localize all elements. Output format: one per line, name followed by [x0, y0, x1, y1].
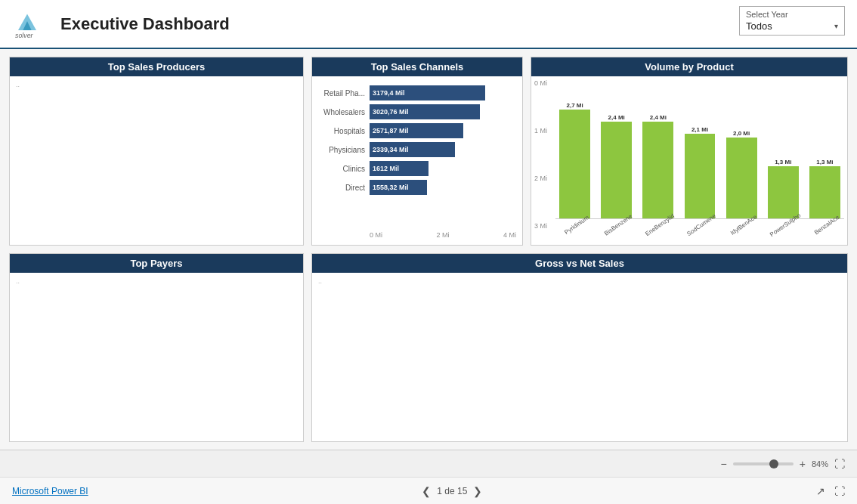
vol-x-labels: PyridiniumBisBenzeneEneBenzylidSodCumene…	[555, 222, 844, 245]
bar-track: 3020,76 Mil	[370, 104, 516, 119]
vol-bar	[642, 122, 673, 218]
top-sales-channels-body: Retail Pha...3179,4 MilWholesalers3020,7…	[312, 76, 522, 245]
vol-bar	[685, 134, 716, 218]
fit-to-screen-icon[interactable]: ⛶	[834, 458, 845, 470]
vol-y-labels: 3 Mi2 Mi1 Mi0 Mi	[534, 79, 555, 245]
bar-row: Retail Pha...3179,4 Mil	[318, 85, 516, 100]
page-indicator: 1 de 15	[437, 486, 467, 496]
bar-row: Physicians2339,34 Mil	[318, 142, 516, 157]
volume-by-product-header: Volume by Product	[531, 57, 847, 76]
top-payers-card: Top Payers ··	[9, 253, 304, 442]
volume-by-product-card: Volume by Product 3 Mi2 Mi1 Mi0 Mi 2,7 M…	[531, 57, 848, 246]
vol-bar-col: 1,3 Mi	[764, 159, 803, 218]
year-selector-dropdown[interactable]: Todos ▾	[746, 20, 838, 32]
drag-handle-3: ··	[318, 279, 841, 286]
bar-fill: 2571,87 Mil	[370, 123, 463, 138]
vol-bar-col: 2,4 Mi	[639, 114, 677, 218]
bar-value: 2571,87 Mil	[373, 127, 409, 135]
bar-row: Clinics1612 Mil	[318, 161, 516, 176]
vol-bar-top-label: 2,4 Mi	[608, 114, 625, 121]
vol-y-label: 2 Mi	[534, 175, 555, 182]
bar-label: Physicians	[318, 146, 365, 154]
zoom-plus-button[interactable]: +	[800, 458, 806, 470]
vol-bar-top-label: 2,7 Mi	[566, 102, 583, 109]
logo-area: solver	[12, 9, 42, 39]
top-payers-body: ··	[10, 273, 303, 441]
drag-handle: ··	[16, 82, 297, 90]
prev-page-button[interactable]: ❮	[422, 485, 431, 497]
drag-handle-2: ··	[16, 279, 297, 286]
expand-icon[interactable]: ⛶	[834, 485, 845, 497]
vol-y-label: 3 Mi	[534, 222, 555, 230]
vol-bar-top-label: 1,3 Mi	[775, 159, 791, 165]
bar-fill: 3020,76 Mil	[370, 104, 480, 119]
bar-value: 3179,4 Mil	[373, 89, 405, 97]
vol-bar	[559, 110, 590, 218]
zoom-percent-label: 84%	[812, 459, 828, 468]
vol-bars-row: 2,7 Mi2,4 Mi2,4 Mi2,1 Mi2,0 Mi1,3 Mi1,3 …	[555, 79, 844, 219]
top-sales-channels-card: Top Sales Channels Retail Pha...3179,4 M…	[311, 57, 523, 246]
bar-fill: 1612 Mil	[370, 161, 428, 176]
gross-net-sales-body: ··	[312, 273, 847, 441]
vol-bar	[726, 138, 757, 218]
volume-by-product-body: 3 Mi2 Mi1 Mi0 Mi 2,7 Mi2,4 Mi2,4 Mi2,1 M…	[531, 76, 847, 245]
bar-label: Direct	[318, 184, 365, 192]
zoom-slider[interactable]	[733, 462, 794, 465]
top-sales-channels-header: Top Sales Channels	[312, 57, 522, 76]
status-bar: Microsoft Power BI ❮ 1 de 15 ❯ ↗ ⛶	[0, 477, 857, 504]
footer-toolbar: − + 84% ⛶	[0, 450, 857, 477]
bar-track: 1612 Mil	[370, 161, 516, 176]
vol-bar	[768, 166, 799, 218]
chevron-down-icon: ▾	[834, 22, 838, 30]
vol-bar	[601, 122, 632, 218]
powerbi-link[interactable]: Microsoft Power BI	[12, 486, 88, 496]
year-selector-value: Todos	[746, 20, 772, 32]
svg-text:solver: solver	[15, 32, 34, 39]
bar-row: Direct1558,32 Mil	[318, 180, 516, 195]
top-sales-producers-body: ··	[10, 76, 303, 245]
header: solver Executive Dashboard Select Year T…	[0, 0, 857, 49]
vol-bar-col: 1,3 Mi	[806, 159, 844, 218]
pagination: ❮ 1 de 15 ❯	[422, 485, 482, 497]
gross-net-sales-header: Gross vs Net Sales	[312, 254, 847, 273]
bar-chart: Retail Pha...3179,4 MilWholesalers3020,7…	[318, 82, 516, 230]
zoom-slider-thumb	[769, 459, 778, 468]
status-bar-right: ↗ ⛶	[816, 485, 845, 497]
bar-fill: 3179,4 Mil	[370, 85, 485, 100]
vol-y-label: 0 Mi	[534, 79, 555, 87]
vol-bar-col: 2,4 Mi	[597, 114, 636, 218]
year-selector-container: Select Year Todos ▾	[739, 6, 845, 36]
dashboard: Top Sales Producers ·· Top Sales Channel…	[0, 49, 857, 450]
next-page-button[interactable]: ❯	[473, 485, 482, 497]
axis-label: 0 Mi	[370, 231, 382, 239]
bar-value: 1612 Mil	[373, 165, 399, 172]
bar-track: 1558,32 Mil	[370, 180, 516, 195]
vol-bar-col: 2,7 Mi	[555, 102, 594, 218]
vol-y-label: 1 Mi	[534, 127, 555, 135]
zoom-minus-button[interactable]: −	[721, 458, 727, 470]
bar-fill: 1558,32 Mil	[370, 180, 427, 195]
bar-row: Wholesalers3020,76 Mil	[318, 104, 516, 119]
solver-logo-icon: solver	[12, 9, 42, 39]
vol-bar-top-label: 1,3 Mi	[816, 159, 833, 165]
top-sales-producers-header: Top Sales Producers	[10, 57, 303, 76]
vol-bar-top-label: 2,4 Mi	[650, 114, 667, 121]
bar-track: 2571,87 Mil	[370, 123, 516, 138]
vol-bar-col: 2,1 Mi	[680, 126, 719, 218]
vol-bar	[809, 166, 840, 218]
gross-net-sales-card: Gross vs Net Sales ··	[311, 253, 848, 442]
page-title: Executive Dashboard	[60, 14, 230, 34]
axis-label: 4 Mi	[503, 231, 516, 239]
dashboard-row-2: Top Payers ·· Gross vs Net Sales ··	[9, 253, 848, 442]
top-sales-producers-card: Top Sales Producers ··	[9, 57, 304, 246]
bar-track: 2339,34 Mil	[370, 142, 516, 157]
volume-chart-area: 3 Mi2 Mi1 Mi0 Mi 2,7 Mi2,4 Mi2,4 Mi2,1 M…	[534, 79, 844, 245]
bar-value: 1558,32 Mil	[373, 184, 409, 191]
vol-bars-wrapper: 2,7 Mi2,4 Mi2,4 Mi2,1 Mi2,0 Mi1,3 Mi1,3 …	[555, 79, 844, 245]
top-payers-header: Top Payers	[10, 254, 303, 273]
bar-label: Retail Pha...	[318, 89, 365, 97]
bar-value: 2339,34 Mil	[373, 146, 409, 153]
share-icon[interactable]: ↗	[816, 485, 825, 497]
bar-fill: 2339,34 Mil	[370, 142, 455, 157]
dashboard-row-1: Top Sales Producers ·· Top Sales Channel…	[9, 57, 848, 246]
